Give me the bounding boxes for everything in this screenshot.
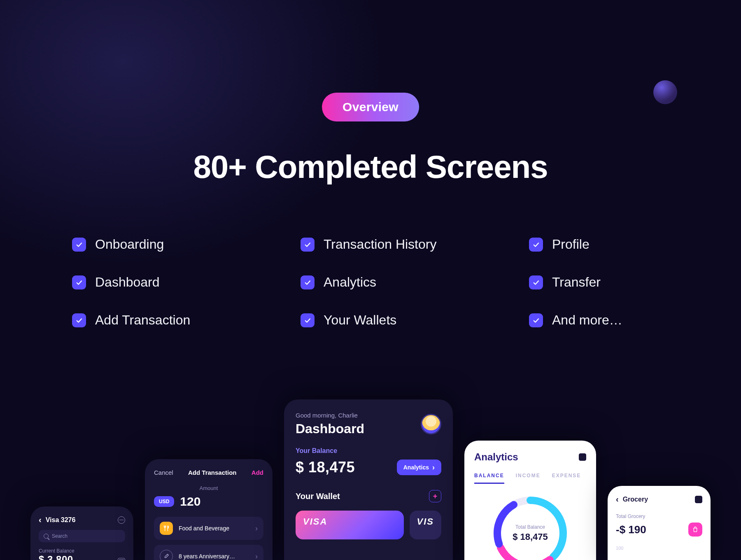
phone-visa-detail: Visa 3276 Search Current Balance $ 3,800…: [30, 506, 133, 560]
currency-badge[interactable]: USD: [154, 496, 174, 507]
search-placeholder: Search: [52, 533, 68, 539]
balance-label: Current Balance: [39, 548, 75, 554]
add-button[interactable]: Add: [252, 469, 263, 476]
feature-label: Analytics: [324, 275, 376, 290]
feature-list: Onboarding Transaction History Profile D…: [72, 237, 692, 328]
cancel-button[interactable]: Cancel: [154, 469, 173, 476]
avatar[interactable]: [421, 414, 441, 434]
overview-pill-label: Overview: [343, 100, 398, 114]
calendar-icon[interactable]: [579, 453, 586, 461]
greeting-text: Good morning, Charlie: [296, 412, 364, 419]
check-icon: [72, 313, 86, 327]
feature-onboarding: Onboarding: [72, 237, 301, 252]
feature-your-wallets: Your Wallets: [301, 313, 529, 328]
chevron-left-icon[interactable]: [616, 495, 619, 504]
feature-label: Add Transaction: [95, 313, 190, 328]
phone-add-transaction: Cancel Add Transaction Add Amount USD 12…: [145, 459, 273, 560]
analytics-button[interactable]: Analytics: [397, 460, 441, 475]
check-icon: [529, 238, 543, 252]
phone-grocery: Grocery Total Grocery -$ 190 100: [608, 486, 711, 560]
donut-value: $ 18,475: [513, 532, 548, 542]
check-icon: [72, 275, 86, 289]
chevron-right-icon: [255, 553, 258, 560]
feature-transfer: Transfer: [529, 275, 692, 290]
card-brand: VISA: [303, 516, 327, 527]
check-icon: [72, 238, 86, 252]
feature-label: Onboarding: [95, 237, 164, 252]
check-icon: [529, 275, 543, 289]
screen-title: Grocery: [623, 496, 648, 503]
decorative-sphere: [653, 80, 677, 104]
feature-label: Transfer: [552, 275, 601, 290]
calendar-icon[interactable]: [118, 558, 125, 560]
chevron-right-icon: [432, 464, 435, 471]
category-row-food[interactable]: Food and Beverage: [154, 517, 263, 540]
tab-balance[interactable]: BALANCE: [474, 473, 504, 484]
amount-label: Amount: [154, 485, 263, 491]
feature-add-transaction: Add Transaction: [72, 313, 301, 328]
total-value: -$ 190: [616, 523, 646, 536]
screen-title: Dashboard: [296, 421, 364, 436]
phone-dashboard: Good morning, Charlie Dashboard Your Bal…: [284, 399, 453, 560]
add-wallet-button[interactable]: +: [429, 490, 441, 502]
tab-income[interactable]: INCOME: [516, 473, 541, 484]
screen-title: Add Transaction: [188, 469, 237, 476]
feature-label: Transaction History: [324, 237, 436, 252]
feature-analytics: Analytics: [301, 275, 529, 290]
card-brand: VIS: [417, 516, 434, 527]
edit-icon: [160, 550, 173, 560]
feature-label: Your Wallets: [324, 313, 396, 328]
feature-and-more: And more…: [529, 313, 692, 328]
feature-transaction-history: Transaction History: [301, 237, 529, 252]
chart-axis-tick: 100: [616, 546, 702, 551]
balance-label: Your Balance: [296, 447, 441, 455]
card-title: Visa 3276: [46, 516, 76, 524]
feature-profile: Profile: [529, 237, 692, 252]
food-icon: [160, 522, 173, 535]
chevron-right-icon: [255, 525, 258, 532]
phone-mockups-row: Visa 3276 Search Current Balance $ 3,800…: [0, 399, 741, 560]
check-icon: [529, 313, 543, 327]
analytics-button-label: Analytics: [403, 464, 429, 471]
shopping-bag-icon: [688, 523, 702, 537]
amount-value[interactable]: 120: [180, 495, 200, 509]
check-icon: [301, 238, 315, 252]
check-icon: [301, 275, 315, 289]
options-icon[interactable]: [118, 516, 125, 524]
feature-label: Profile: [552, 237, 590, 252]
feature-label: And more…: [552, 313, 622, 328]
balance-value: $ 3,800: [39, 554, 75, 560]
donut-chart: Total Balance $ 18,475: [489, 492, 571, 560]
feature-label: Dashboard: [95, 275, 160, 290]
page-title: 80+ Completed Screens: [193, 148, 548, 186]
feature-dashboard: Dashboard: [72, 275, 301, 290]
note-label: 8 years Anniversary…: [179, 553, 235, 560]
calendar-icon[interactable]: [695, 496, 702, 503]
screen-title: Analytics: [474, 451, 518, 463]
balance-value: $ 18,475: [296, 459, 355, 476]
phone-analytics: Analytics BALANCE INCOME EXPENSE Total B…: [464, 441, 596, 560]
wallet-label: Your Wallet: [296, 492, 340, 501]
donut-label: Total Balance: [515, 524, 545, 530]
chevron-left-icon[interactable]: [39, 516, 42, 524]
wallet-card-secondary[interactable]: VIS: [410, 511, 441, 539]
category-label: Food and Beverage: [179, 525, 229, 532]
category-row-note[interactable]: 8 years Anniversary…: [154, 545, 263, 560]
search-icon: [44, 534, 49, 539]
search-input[interactable]: Search: [39, 530, 125, 542]
overview-pill: Overview: [322, 93, 419, 121]
tab-expense[interactable]: EXPENSE: [552, 473, 581, 484]
wallet-card-primary[interactable]: VISA: [296, 511, 404, 539]
total-label: Total Grocery: [616, 513, 702, 519]
check-icon: [301, 313, 315, 327]
